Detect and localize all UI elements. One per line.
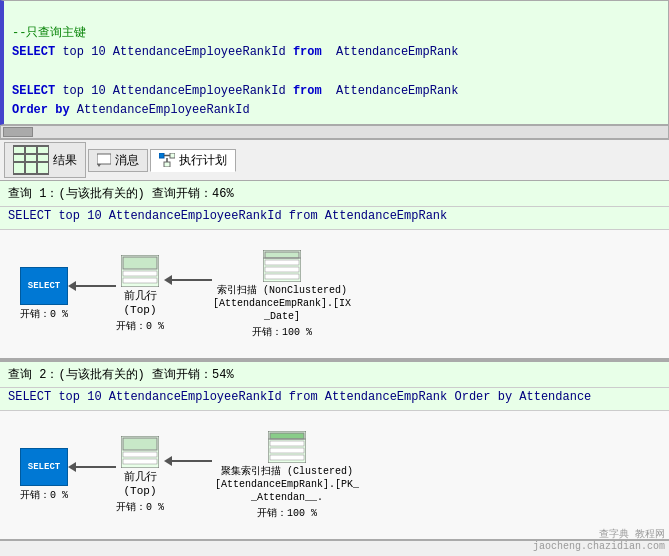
tab-messages-label: 消息 bbox=[115, 152, 139, 169]
query1-indexscan-label: 索引扫描 (NonClustered) [AttendanceEmpRank].… bbox=[212, 284, 352, 323]
svg-marker-6 bbox=[97, 164, 101, 167]
query2-section: 查询 2：(与该批有关的) 查询开销：54% SELECT top 10 Att… bbox=[0, 362, 669, 541]
svg-rect-29 bbox=[270, 448, 304, 453]
query1-indexscan-icon bbox=[263, 250, 301, 282]
svg-rect-19 bbox=[265, 267, 299, 272]
query1-select-icon: SELECT bbox=[20, 267, 68, 305]
svg-rect-7 bbox=[159, 153, 164, 158]
svg-rect-11 bbox=[164, 162, 170, 167]
tab-execplan-label: 执行计划 bbox=[179, 152, 227, 169]
query2-clusterscan-cost: 开销：100 % bbox=[257, 506, 317, 520]
query1-arrowhead2 bbox=[164, 275, 172, 285]
query1-section: 查询 1：(与该批有关的) 查询开销：46% SELECT top 10 Att… bbox=[0, 181, 669, 360]
query2-hline2 bbox=[172, 460, 212, 462]
sql-from-1: from bbox=[293, 45, 322, 59]
table-icon bbox=[13, 145, 49, 175]
tab-results-label: 结果 bbox=[53, 152, 77, 169]
query1-select-cost: 开销：0 % bbox=[20, 307, 68, 321]
query2-sql: SELECT top 10 AttendanceEmployeeRankId f… bbox=[0, 388, 669, 411]
query2-arrowhead1 bbox=[68, 462, 76, 472]
msg-icon bbox=[97, 153, 111, 167]
query1-indexscan-node: 索引扫描 (NonClustered) [AttendanceEmpRank].… bbox=[212, 250, 352, 339]
query1-select-node: SELECT 开销：0 % bbox=[20, 267, 68, 321]
tab-execplan[interactable]: 执行计划 bbox=[150, 149, 236, 172]
query2-clusterscan-node: 聚集索引扫描 (Clustered) [AttendanceEmpRank].[… bbox=[212, 431, 362, 520]
query2-top-label: 前几行 (Top) bbox=[124, 470, 157, 499]
query1-sql: SELECT top 10 AttendanceEmployeeRankId f… bbox=[0, 207, 669, 230]
query1-top-node: 前几行 (Top) 开销：0 % bbox=[116, 255, 164, 334]
query1-arrow1 bbox=[68, 281, 116, 291]
query2-header: 查询 2：(与该批有关的) 查询开销：54% bbox=[0, 362, 669, 388]
scrollbar-thumb[interactable] bbox=[3, 127, 33, 137]
query2-arrow2 bbox=[164, 456, 212, 466]
sql-table-2: AttendanceEmpRank bbox=[336, 84, 458, 98]
query2-clusterscan-label: 聚集索引扫描 (Clustered) [AttendanceEmpRank].[… bbox=[212, 465, 362, 504]
sql-table-1: AttendanceEmpRank bbox=[336, 45, 458, 59]
svg-rect-13 bbox=[123, 257, 157, 269]
query2-arrow1 bbox=[68, 462, 116, 472]
sql-keyword-1: SELECT bbox=[12, 45, 55, 59]
query1-top-icon bbox=[121, 255, 159, 287]
query1-hline2 bbox=[172, 279, 212, 281]
query2-arrowhead2 bbox=[164, 456, 172, 466]
sql-text-2: top 10 AttendanceEmployeeRankId bbox=[62, 84, 285, 98]
sql-editor[interactable]: --只查询主键 SELECT top 10 AttendanceEmployee… bbox=[0, 0, 669, 125]
svg-rect-28 bbox=[270, 441, 304, 446]
query2-top-cost: 开销：0 % bbox=[116, 500, 164, 514]
query1-arrow2 bbox=[164, 275, 212, 285]
query2-top-icon bbox=[121, 436, 159, 468]
svg-rect-30 bbox=[270, 455, 304, 460]
svg-rect-0 bbox=[13, 146, 49, 174]
query2-plan-diagram: SELECT 开销：0 % 前几行 (Top) 开销：0 % bbox=[0, 411, 669, 541]
svg-rect-14 bbox=[123, 271, 157, 276]
query2-top-node: 前几行 (Top) 开销：0 % bbox=[116, 436, 164, 515]
sql-order: Order by bbox=[12, 103, 70, 117]
svg-rect-17 bbox=[265, 252, 299, 258]
svg-rect-24 bbox=[123, 452, 157, 457]
query1-indexscan-cost: 开销：100 % bbox=[252, 325, 312, 339]
sql-keyword-2: SELECT bbox=[12, 84, 55, 98]
query2-select-icon: SELECT bbox=[20, 448, 68, 486]
sql-comment: --只查询主键 bbox=[12, 26, 86, 40]
tab-messages[interactable]: 消息 bbox=[88, 149, 148, 172]
sql-orderby: AttendanceEmployeeRankId bbox=[77, 103, 250, 117]
tabs-bar: 结果 消息 执行计划 bbox=[0, 139, 669, 181]
query2-select-node: SELECT 开销：0 % bbox=[20, 448, 68, 502]
sql-from-2: from bbox=[293, 84, 322, 98]
svg-rect-20 bbox=[265, 274, 299, 279]
sql-text-1: top 10 AttendanceEmployeeRankId bbox=[62, 45, 285, 59]
svg-rect-18 bbox=[265, 260, 299, 265]
query1-arrowhead1 bbox=[68, 281, 76, 291]
svg-rect-15 bbox=[123, 278, 157, 283]
horizontal-scrollbar[interactable] bbox=[0, 125, 669, 139]
svg-rect-9 bbox=[170, 153, 175, 158]
query2-hline1 bbox=[76, 466, 116, 468]
svg-rect-5 bbox=[97, 154, 111, 164]
svg-rect-27 bbox=[270, 433, 304, 439]
svg-rect-23 bbox=[123, 438, 157, 450]
query2-select-cost: 开销：0 % bbox=[20, 488, 68, 502]
query1-plan-diagram: SELECT 开销：0 % 前几行 (Top) 开销：0 % bbox=[0, 230, 669, 360]
plan-icon bbox=[159, 153, 175, 167]
query1-header: 查询 1：(与该批有关的) 查询开销：46% bbox=[0, 181, 669, 207]
query2-clusterscan-icon bbox=[268, 431, 306, 463]
tab-results[interactable]: 结果 bbox=[4, 142, 86, 178]
query1-top-label: 前几行 (Top) bbox=[124, 289, 157, 318]
query1-top-cost: 开销：0 % bbox=[116, 319, 164, 333]
svg-rect-25 bbox=[123, 459, 157, 464]
query1-hline1 bbox=[76, 285, 116, 287]
